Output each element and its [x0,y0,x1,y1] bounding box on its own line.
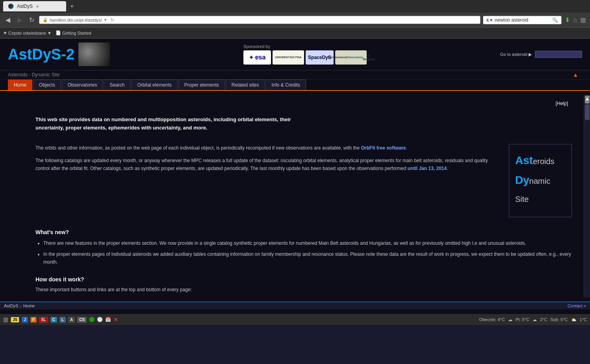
site-title: AstDyS-2 [8,46,74,63]
badge-c[interactable]: C [50,317,57,323]
weather-fri: Pt: 5°C [516,317,529,322]
address-bar[interactable]: 🔒 hamilton.dm.unipi.it/astdys/ ▼ ↻ [39,16,481,24]
calendar-icon: 📅 [105,317,111,322]
nav-orbital-elements[interactable]: Orbital elements [131,79,177,90]
acronym-dy-highlight: Dy [515,174,529,186]
content-area: [Help] This web site provides data on nu… [0,95,584,297]
goto-label: Go to asteroid ▶ [500,52,532,57]
how-works-section: How does it work? These important button… [35,276,572,294]
badge-j[interactable]: J [22,317,28,323]
bookmarks-bar: ★ Często odwiedzane ▼ 📄 Getting Started [0,28,590,39]
scrollbar[interactable]: ▲ [584,95,590,297]
bookmark-label: Często odwiedzane [8,31,46,35]
browser-nav-icons: ⬇ ⌂ ▦ [564,15,587,24]
nav-home[interactable]: Home [8,79,32,90]
acronym-ast-highlight: Ast [515,154,533,166]
close-icon[interactable]: ✕ [113,316,118,323]
address-url: hamilton.dm.unipi.it/astdys/ [50,18,102,22]
scrollbar-up-arrow[interactable]: ▲ [585,96,590,103]
site-navigation: Home Objects Observatories Search Orbita… [0,79,590,91]
nav-observatories[interactable]: Observatories [62,79,103,90]
sys-icon: ⊞ [3,316,8,323]
system-bar: ⊞ JS J F SL C L A CS 🕐 📅 ✕ Obecnie: 4°C … [0,314,590,325]
whats-new-list: There are new features in the proper ele… [35,239,572,266]
status-left: AstDyS :: Home [4,303,35,308]
acronym-line-2: Dynamic [515,172,566,188]
acronym-line-1: Asteroids [515,152,566,169]
site-logo-area: AstDyS-2 [8,42,110,66]
badge-cs[interactable]: CS [77,317,87,323]
whats-new-section: What's new? There are new features in th… [35,229,572,266]
browser-tab[interactable]: 🌑 AstDyS ✕ [3,1,66,11]
update-date: until Jan 13, 2014 [408,166,447,171]
refresh-button[interactable]: ↻ [27,15,37,24]
download-button[interactable]: ⬇ [564,15,571,24]
weather-fri-icon: ☁ [532,317,537,322]
forward-button[interactable]: ▶ [15,15,24,24]
content-body: The orbits and other information, as pos… [35,144,572,217]
site-logo-text: AstDyS-2 [8,46,74,63]
nav-related-sites[interactable]: Related sites [226,79,265,90]
new-tab-button[interactable]: + [68,2,76,11]
moon-image [78,42,110,66]
orbfit-link[interactable]: OrbFit free software [361,145,406,151]
badge-sl[interactable]: SL [39,317,48,323]
page-icon: 📄 [56,30,61,35]
system-bar-left: ⊞ JS J F SL C L A CS 🕐 📅 ✕ [3,316,121,323]
search-query: newton asteroid [495,17,551,23]
back-button[interactable]: ◀ [3,15,13,24]
badge-green-dot[interactable] [89,317,95,322]
nav-search[interactable]: Search [104,79,130,90]
help-link[interactable]: [Help] [556,101,568,106]
clock-icon: 🕐 [97,317,103,322]
sponsored-by-label: Sponsored by [243,44,270,49]
contact-link[interactable]: Contact » [568,303,586,308]
weather-sat-low: 1°C [580,317,587,322]
browser-navbar: ◀ ▶ ↻ 🔒 hamilton.dm.unipi.it/astdys/ ▼ ↻… [0,13,590,28]
tagline-bar: Asteroids - Dynamic Site ▲ [0,70,590,79]
help-link-area: [Help] [12,99,572,108]
goto-input[interactable] [535,51,582,58]
reload-icon: ↻ [111,17,114,22]
extra-button[interactable]: ▦ [579,15,587,24]
acronym-site: Site [515,195,529,203]
home-button[interactable]: ⌂ [572,16,578,24]
lock-icon: 🔒 [43,17,48,22]
scrollbar-thumb[interactable] [585,104,590,120]
weather-cloud-icon: ☁ [508,317,512,322]
tab-close-icon[interactable]: ✕ [36,4,39,9]
badge-f[interactable]: F [30,317,37,323]
weather-sat-icon: ⛅ [571,317,577,322]
unipi-logo: UNIVERSITÀ DI PISA [273,50,304,65]
sponsors-area: Sponsored by ✦ esa UNIVERSITÀ DI PISA Sp… [243,44,367,65]
esa-logo: ✦ esa [243,50,271,65]
nav-objects[interactable]: Objects [33,79,61,90]
bookmark-getting-started[interactable]: 📄 Getting Started [56,30,91,35]
status-bar: AstDyS :: Home Contact » [0,301,590,309]
text-section: The orbits and other information, as pos… [35,144,497,217]
how-works-text: These important buttons and links are at… [35,286,572,294]
badge-js[interactable]: JS [11,317,19,323]
weather-current: Obecnie: 4°C [479,317,505,322]
scroll-top-button[interactable]: ▲ [573,72,578,78]
search-bar[interactable]: k▼ newton asteroid 🔍 [483,16,562,24]
badge-a[interactable]: A [68,317,75,323]
search-icon[interactable]: 🔍 [552,17,558,23]
sponsor-logos: ✦ esa UNIVERSITÀ DI PISA SpaceDyS Astron… [243,50,367,65]
weather-fri-low: 2°C [540,317,547,322]
esa-star-icon: ✦ [249,54,254,61]
system-bar-right: Obecnie: 4°C ☁ Pt: 5°C ☁ 2°C Sob: 5°C ⛅ … [479,317,587,322]
star-icon: ★ [3,30,7,35]
nav-proper-elements[interactable]: Proper elements [178,79,225,90]
nav-info-credits[interactable]: Info & Credits [265,79,306,90]
whats-new-title: What's new? [35,229,572,235]
browser-chrome: 🌑 AstDyS ✕ + ◀ ▶ ↻ 🔒 hamilton.dm.unipi.i… [0,0,590,39]
address-arrow: ▼ [104,18,108,22]
badge-l[interactable]: L [59,317,66,323]
bookmark-often-visited[interactable]: ★ Często odwiedzane ▼ [3,30,52,35]
acronym-box: Asteroids Dynamic Site [509,144,572,217]
whats-new-item-1: There are new features in the proper ele… [43,239,572,247]
search-engine-icon: k▼ [486,18,493,22]
tab-title: AstDyS [17,4,33,9]
body-paragraph-2: The following catalogs are updated every… [35,157,497,173]
